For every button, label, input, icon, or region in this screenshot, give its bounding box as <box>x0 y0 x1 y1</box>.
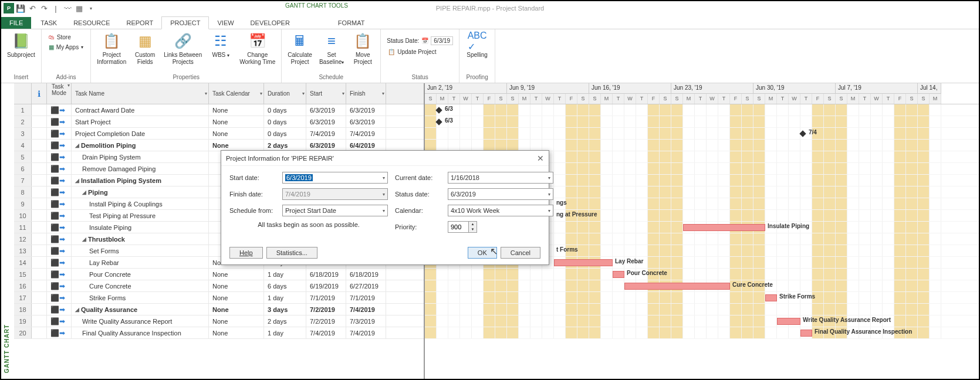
row-number[interactable]: 1 <box>14 104 32 116</box>
task-mode-cell[interactable]: ⬛➡ <box>47 222 72 233</box>
start-cell[interactable]: 7/2/2019 <box>306 315 346 327</box>
task-mode-cell[interactable]: ⬛➡ <box>47 163 72 174</box>
row-number[interactable]: 5 <box>14 151 32 162</box>
info-cell[interactable] <box>32 233 47 245</box>
task-mode-header[interactable]: Task Mode▾ <box>47 83 72 104</box>
task-name-cell[interactable]: Strike Forms <box>72 292 209 303</box>
info-cell[interactable] <box>32 257 47 268</box>
table-row[interactable]: 1 ⬛➡ Contract Award Date None 0 days 6/3… <box>14 104 424 116</box>
finish-cell[interactable]: 7/1/2019 <box>346 292 386 303</box>
set-baseline-button[interactable]: ≡Set Baseline▾ <box>317 30 346 67</box>
task-name-cell[interactable]: Set Forms <box>72 245 209 256</box>
row-number[interactable]: 18 <box>14 304 32 315</box>
duration-cell[interactable]: 0 days <box>264 104 306 116</box>
task-mode-cell[interactable]: ⬛➡ <box>47 104 72 116</box>
duration-cell[interactable]: 2 days <box>264 140 306 151</box>
task-calendar-header[interactable]: Task Calendar▾ <box>209 83 264 104</box>
calendar-cell[interactable]: None <box>209 327 264 338</box>
info-cell[interactable] <box>32 304 47 315</box>
task-name-cell[interactable]: Project Completion Date <box>72 128 209 139</box>
table-icon[interactable]: ▦ <box>74 3 85 13</box>
resource-tab[interactable]: RESOURCE <box>65 17 118 29</box>
finish-cell[interactable]: 6/18/2019 <box>346 269 386 280</box>
start-cell[interactable]: 7/4/2019 <box>306 327 346 338</box>
info-cell[interactable] <box>32 116 47 127</box>
task-name-cell[interactable]: Install Piping & Couplings <box>72 198 209 209</box>
links-between-button[interactable]: 🔗Links Between Projects <box>161 30 204 67</box>
statistics-button[interactable]: Statistics... <box>266 247 317 259</box>
table-row[interactable]: 3 ⬛➡ Project Completion Date None 0 days… <box>14 128 424 140</box>
finish-cell[interactable]: 7/4/2019 <box>346 304 386 315</box>
row-number[interactable]: 11 <box>14 222 32 233</box>
cancel-button[interactable]: Cancel <box>501 247 540 259</box>
row-number[interactable]: 6 <box>14 163 32 174</box>
finish-cell[interactable]: 7/4/2019 <box>346 128 386 139</box>
duration-cell[interactable]: 1 day <box>264 292 306 303</box>
duration-cell[interactable]: 3 days <box>264 304 306 315</box>
priority-input[interactable] <box>448 221 469 233</box>
task-bar[interactable] <box>777 318 800 325</box>
start-cell[interactable]: 6/3/2019 <box>306 116 346 127</box>
task-mode-cell[interactable]: ⬛➡ <box>47 304 72 315</box>
start-cell[interactable]: 6/3/2019 <box>306 104 346 116</box>
schedule-from-input[interactable]: Project Start Date▾ <box>282 205 388 216</box>
task-mode-cell[interactable]: ⬛➡ <box>47 315 72 327</box>
spin-up-icon[interactable]: ▲ <box>469 222 477 227</box>
row-number[interactable]: 7 <box>14 175 32 186</box>
current-date-input[interactable]: 1/16/2018▾ <box>448 172 553 184</box>
task-mode-cell[interactable]: ⬛➡ <box>47 269 72 280</box>
task-name-cell[interactable]: Cure Concrete <box>72 280 209 291</box>
table-row[interactable]: 20 ⬛➡ Final Quality Assurance Inspection… <box>14 327 424 339</box>
task-name-cell[interactable]: Start Project <box>72 116 209 127</box>
my-apps-button[interactable]: ▦My Apps▾ <box>46 43 86 52</box>
row-number[interactable]: 13 <box>14 245 32 256</box>
calendar-input[interactable]: 4x10 Work Week▾ <box>448 205 553 216</box>
table-row[interactable]: 16 ⬛➡ Cure Concrete None 6 days 6/19/201… <box>14 280 424 292</box>
task-mode-cell[interactable]: ⬛➡ <box>47 140 72 151</box>
table-row[interactable]: 4 ⬛➡ ◢Demolition Piping None 2 days 6/3/… <box>14 140 424 151</box>
row-number[interactable]: 2 <box>14 116 32 127</box>
task-name-cell[interactable]: Insulate Piping <box>72 222 209 233</box>
task-name-cell[interactable]: Drain Piping System <box>72 151 209 162</box>
task-mode-cell[interactable]: ⬛➡ <box>47 116 72 127</box>
status-date-input[interactable]: 6/3/2019▾ <box>448 188 553 200</box>
calculate-project-button[interactable]: 🖩Calculate Project <box>285 30 315 67</box>
task-bar[interactable] <box>800 330 812 337</box>
task-mode-cell[interactable]: ⬛➡ <box>47 128 72 139</box>
task-bar[interactable] <box>613 271 624 278</box>
format-tab[interactable]: FORMAT <box>330 17 373 29</box>
task-name-cell[interactable]: ◢Piping <box>72 186 209 198</box>
task-bar[interactable] <box>554 259 613 266</box>
calendar-cell[interactable]: None <box>209 315 264 327</box>
task-name-cell[interactable]: ◢Thrustblock <box>72 233 209 245</box>
start-cell[interactable]: 6/3/2019 <box>306 140 346 151</box>
calendar-cell[interactable]: None <box>209 292 264 303</box>
calendar-cell[interactable]: None <box>209 128 264 139</box>
calendar-cell[interactable]: None <box>209 269 264 280</box>
row-number[interactable]: 8 <box>14 186 32 198</box>
row-number[interactable]: 12 <box>14 233 32 245</box>
calendar-cell[interactable]: None <box>209 104 264 116</box>
task-mode-cell[interactable]: ⬛➡ <box>47 233 72 245</box>
table-row[interactable]: 2 ⬛➡ Start Project None 0 days 6/3/2019 … <box>14 116 424 128</box>
task-mode-cell[interactable]: ⬛➡ <box>47 327 72 338</box>
row-number[interactable]: 19 <box>14 315 32 327</box>
start-cell[interactable]: 6/18/2019 <box>306 269 346 280</box>
spin-down-icon[interactable]: ▼ <box>469 227 477 232</box>
qat-dropdown-icon[interactable]: ▾ <box>86 3 96 13</box>
task-name-cell[interactable]: ◢Quality Assurance <box>72 304 209 315</box>
task-mode-cell[interactable]: ⬛➡ <box>47 198 72 209</box>
row-number[interactable]: 20 <box>14 327 32 338</box>
info-cell[interactable] <box>32 269 47 280</box>
report-tab[interactable]: REPORT <box>119 17 162 29</box>
task-name-cell[interactable]: Contract Award Date <box>72 104 209 116</box>
calendar-cell[interactable]: None <box>209 280 264 291</box>
wbs-button[interactable]: ☷WBS ▾ <box>207 30 235 60</box>
task-name-header[interactable]: Task Name▾ <box>72 83 209 104</box>
table-row[interactable]: 19 ⬛➡ Write Quality Assurance Report Non… <box>14 315 424 327</box>
task-bar[interactable] <box>683 224 765 231</box>
start-cell[interactable]: 6/19/2019 <box>306 280 346 291</box>
row-number[interactable]: 4 <box>14 140 32 151</box>
finish-cell[interactable]: 6/3/2019 <box>346 104 386 116</box>
view-tab[interactable]: VIEW <box>209 17 242 29</box>
